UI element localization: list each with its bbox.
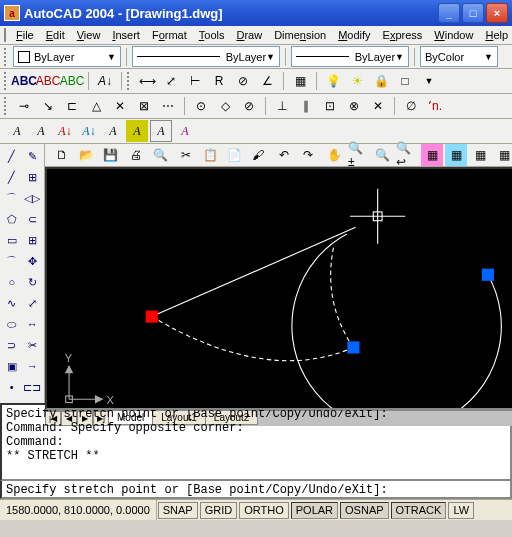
array-icon[interactable]: ⊞ — [23, 230, 43, 250]
aligned-dim-icon[interactable]: ⤢ — [160, 70, 182, 92]
dtext7-icon[interactable]: A — [150, 120, 172, 142]
arc-icon[interactable]: ⌒ — [2, 251, 22, 271]
rectangle-icon[interactable]: ▭ — [2, 230, 22, 250]
point-icon[interactable]: • — [2, 377, 22, 397]
move-icon[interactable]: ✥ — [23, 251, 43, 271]
center-icon[interactable]: ⊙ — [190, 95, 212, 117]
menu-insert[interactable]: Insert — [106, 27, 146, 43]
circle-icon[interactable]: ○ — [2, 272, 22, 292]
menu-draw[interactable]: Draw — [230, 27, 268, 43]
zoomwin-icon[interactable]: 🔍 — [371, 144, 393, 166]
stretch-icon[interactable]: ↔ — [23, 314, 43, 334]
text-style-icon[interactable]: ABC — [13, 70, 35, 92]
angular-dim-icon[interactable]: ∠ — [256, 70, 278, 92]
layer-props-icon[interactable]: ▦ — [289, 70, 311, 92]
redo-icon[interactable]: ↷ — [297, 144, 319, 166]
preview-icon[interactable]: 🔍 — [149, 144, 171, 166]
menu-help[interactable]: Help — [479, 27, 512, 43]
midpoint-icon[interactable]: △ — [85, 95, 107, 117]
diameter-dim-icon[interactable]: ⊘ — [232, 70, 254, 92]
toolbar-grip-icon[interactable] — [4, 72, 8, 90]
paste-icon[interactable]: 📄 — [223, 144, 245, 166]
dtext3-icon[interactable]: A↓ — [54, 120, 76, 142]
radius-dim-icon[interactable]: R — [208, 70, 230, 92]
undo-icon[interactable]: ↶ — [273, 144, 295, 166]
from-icon[interactable]: ↘ — [37, 95, 59, 117]
text-icon[interactable]: ABC — [37, 70, 59, 92]
menu-tools[interactable]: Tools — [193, 27, 231, 43]
menu-format[interactable]: Format — [146, 27, 193, 43]
endpoint-icon[interactable]: ⊏ — [61, 95, 83, 117]
pline-icon[interactable]: ⌒ — [2, 188, 22, 208]
toolbar-grip-icon[interactable] — [4, 97, 8, 115]
extension-icon[interactable]: ⋯ — [157, 95, 179, 117]
dtext4-icon[interactable]: A↓ — [78, 120, 100, 142]
mtext-icon[interactable]: ABC — [61, 70, 83, 92]
perpendicular-icon[interactable]: ⊥ — [271, 95, 293, 117]
polar-toggle[interactable]: POLAR — [291, 502, 338, 519]
nearest-icon[interactable]: ✕ — [367, 95, 389, 117]
menu-window[interactable]: Window — [428, 27, 479, 43]
new-icon[interactable]: 🗋 — [51, 144, 73, 166]
cut-icon[interactable]: ✂ — [175, 144, 197, 166]
plotstyle-dropdown[interactable]: ByColor ▼ — [420, 46, 498, 67]
copy-icon[interactable]: ⊞ — [23, 167, 43, 187]
intersection-icon[interactable]: ✕ — [109, 95, 131, 117]
zoomrt-icon[interactable]: 🔍± — [347, 144, 369, 166]
open-icon[interactable]: 📂 — [75, 144, 97, 166]
color-dropdown[interactable]: ByLayer ▼ — [13, 46, 121, 67]
doc-icon[interactable] — [4, 28, 6, 42]
pan-icon[interactable]: ✋ — [323, 144, 345, 166]
tangent-icon[interactable]: ⊘ — [238, 95, 260, 117]
ortho-toggle[interactable]: ORTHO — [239, 502, 289, 519]
mirror-icon[interactable]: ◁▷ — [23, 188, 43, 208]
dtext2-icon[interactable]: A — [30, 120, 52, 142]
matchprop-icon[interactable]: 🖌 — [247, 144, 269, 166]
break-icon[interactable]: ⊏⊐ — [23, 377, 43, 397]
sun-icon[interactable]: ☀ — [346, 70, 368, 92]
rotate-icon[interactable]: ↻ — [23, 272, 43, 292]
offset-icon[interactable]: ⊂ — [23, 209, 43, 229]
ordinate-dim-icon[interactable]: ⊢ — [184, 70, 206, 92]
otrack-toggle[interactable]: OTRACK — [391, 502, 447, 519]
dc-icon[interactable]: ▦ — [445, 144, 467, 166]
ellipse-icon[interactable]: ⬭ — [2, 314, 22, 334]
close-button[interactable]: × — [486, 3, 508, 23]
osnap-settings-icon[interactable]: ʼn. — [424, 95, 446, 117]
zoomprev-icon[interactable]: 🔍↩ — [395, 144, 417, 166]
lwt-toggle[interactable]: LW — [448, 502, 474, 519]
menu-dimension[interactable]: Dimension — [268, 27, 332, 43]
save-icon[interactable]: 💾 — [99, 144, 121, 166]
none-icon[interactable]: ∅ — [400, 95, 422, 117]
dim-style-icon[interactable]: A↓ — [94, 70, 116, 92]
plot-icon[interactable]: 🖨 — [125, 144, 147, 166]
lineweight-dropdown[interactable]: ByLayer ▼ — [291, 46, 409, 67]
dbc-icon[interactable]: ▦ — [493, 144, 512, 166]
trim-icon[interactable]: ✂ — [23, 335, 43, 355]
erase-icon[interactable]: ✎ — [23, 146, 43, 166]
parallel-icon[interactable]: ∥ — [295, 95, 317, 117]
dtext8-icon[interactable]: A — [174, 120, 196, 142]
appint-icon[interactable]: ⊠ — [133, 95, 155, 117]
tracking-icon[interactable]: ⊸ — [13, 95, 35, 117]
line-icon[interactable]: ╱ — [2, 146, 22, 166]
spline-icon[interactable]: ∿ — [2, 293, 22, 313]
dtext-icon[interactable]: A — [6, 120, 28, 142]
menu-express[interactable]: Express — [377, 27, 429, 43]
grid-toggle[interactable]: GRID — [200, 502, 238, 519]
ellipsearc-icon[interactable]: ⊃ — [2, 335, 22, 355]
toolbar-grip-icon[interactable] — [4, 48, 8, 66]
menu-view[interactable]: View — [71, 27, 107, 43]
node-icon[interactable]: ⊗ — [343, 95, 365, 117]
linear-dim-icon[interactable]: ⟷ — [136, 70, 158, 92]
coordinate-display[interactable]: 1580.0000, 810.0000, 0.0000 — [0, 500, 157, 520]
tp-icon[interactable]: ▦ — [469, 144, 491, 166]
minimize-button[interactable]: _ — [438, 3, 460, 23]
xline-icon[interactable]: ╱ — [2, 167, 22, 187]
quadrant-icon[interactable]: ◇ — [214, 95, 236, 117]
bulb-on-icon[interactable]: 💡 — [322, 70, 344, 92]
layer-combo-arrow-icon[interactable]: ▼ — [418, 70, 440, 92]
layer-swatch-icon[interactable]: □ — [394, 70, 416, 92]
insert-icon[interactable]: ⊡ — [319, 95, 341, 117]
scale-icon[interactable]: ⤢ — [23, 293, 43, 313]
